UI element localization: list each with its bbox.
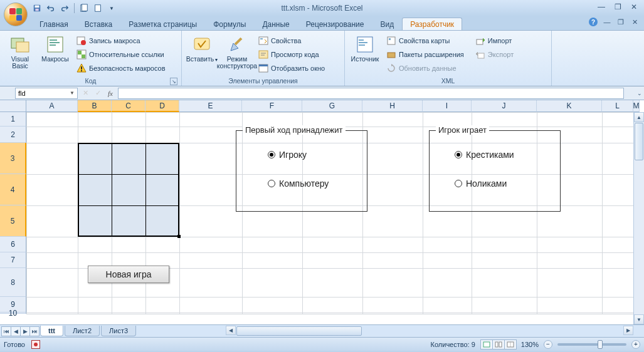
col-header-M[interactable]: M xyxy=(633,100,640,112)
minimize-icon[interactable]: — xyxy=(595,3,608,11)
properties-button[interactable]: Свойства xyxy=(256,34,327,47)
help-icon[interactable]: ? xyxy=(589,18,598,26)
scroll-left-icon[interactable]: ◀ xyxy=(226,326,236,335)
map-properties-button[interactable]: Свойства карты xyxy=(384,34,467,47)
ribbon-tab-4[interactable]: Данные xyxy=(254,18,297,30)
row-header-10[interactable]: 10 xyxy=(0,313,26,314)
qat-save-icon[interactable] xyxy=(31,3,43,14)
close-icon[interactable]: ✕ xyxy=(628,3,640,11)
expansion-packs-button[interactable]: Пакеты расширения xyxy=(384,48,467,61)
office-button[interactable] xyxy=(4,3,28,26)
col-header-E[interactable]: E xyxy=(179,100,242,112)
row-header-1[interactable]: 1 xyxy=(0,112,26,127)
name-box[interactable]: fld▼ xyxy=(15,88,78,99)
sheet-nav-last-icon[interactable]: ⏭ xyxy=(29,326,40,336)
xml-import-button[interactable]: Импорт xyxy=(473,34,516,47)
horizontal-scrollbar[interactable]: ◀ ▶ xyxy=(226,326,633,336)
enter-formula-icon[interactable]: ✓ xyxy=(93,89,103,97)
zoom-level[interactable]: 130% xyxy=(521,341,539,348)
formula-input[interactable] xyxy=(118,88,624,99)
qat-custom1-icon[interactable] xyxy=(78,3,90,14)
scroll-up-icon[interactable]: ▲ xyxy=(634,112,644,122)
ribbon-tab-6[interactable]: Вид xyxy=(372,18,402,30)
row-header-4[interactable]: 4 xyxy=(0,174,26,205)
design-mode-button[interactable]: Режим конструктора xyxy=(221,32,253,72)
ribbon-tab-3[interactable]: Формулы xyxy=(205,18,254,30)
radio-crosses[interactable]: Крестиками xyxy=(455,150,514,160)
vertical-scrollbar[interactable]: ▲ ▼ xyxy=(633,112,644,324)
qat-redo-icon[interactable] xyxy=(59,3,70,14)
macro-security-button[interactable]: Безопасность макросов xyxy=(74,62,168,75)
svg-rect-31 xyxy=(389,38,391,40)
zoom-out-icon[interactable]: − xyxy=(544,340,552,349)
cancel-formula-icon[interactable]: ✕ xyxy=(80,89,90,97)
mdi-close-icon[interactable]: ✕ xyxy=(630,18,639,26)
col-header-C[interactable]: C xyxy=(112,100,145,112)
sheet-nav-next-icon[interactable]: ▶ xyxy=(20,326,30,336)
col-header-K[interactable]: K xyxy=(537,100,602,112)
qat-dropdown-icon[interactable]: ▼ xyxy=(106,3,117,14)
view-layout-icon[interactable] xyxy=(492,339,505,349)
zoom-in-icon[interactable]: + xyxy=(631,340,640,349)
mdi-minimize-icon[interactable]: — xyxy=(603,18,611,26)
sheet-tab-Лист3[interactable]: Лист3 xyxy=(101,326,136,336)
ribbon-tab-2[interactable]: Разметка страницы xyxy=(120,18,205,30)
col-header-A[interactable]: A xyxy=(26,100,78,112)
col-header-D[interactable]: D xyxy=(145,100,179,112)
radio-noughts[interactable]: Ноликами xyxy=(455,179,507,189)
macro-record-icon[interactable] xyxy=(31,340,40,349)
select-all-button[interactable] xyxy=(0,100,26,112)
col-header-I[interactable]: I xyxy=(423,100,472,112)
view-code-button[interactable]: Просмотр кода xyxy=(256,48,327,61)
col-header-F[interactable]: F xyxy=(242,100,302,112)
col-header-G[interactable]: G xyxy=(302,100,362,112)
col-header-H[interactable]: H xyxy=(362,100,423,112)
ribbon-tab-7[interactable]: Разработчик xyxy=(402,18,462,30)
hscroll-thumb[interactable] xyxy=(236,326,362,336)
sheet-tab-Лист2[interactable]: Лист2 xyxy=(65,326,100,336)
xml-source-button[interactable]: Источник xyxy=(349,32,381,65)
expansion-packs-icon xyxy=(386,49,396,60)
col-header-B[interactable]: B xyxy=(78,100,112,112)
qat-undo-icon[interactable] xyxy=(45,3,56,14)
xml-export-button[interactable]: Экспорт xyxy=(473,48,516,61)
restore-icon[interactable]: ❐ xyxy=(611,3,624,11)
row-header-8[interactable]: 8 xyxy=(0,268,26,297)
visual-basic-button[interactable]: Visual Basic xyxy=(4,32,36,72)
scroll-right-icon[interactable]: ▶ xyxy=(623,326,633,335)
qat-custom2-icon[interactable] xyxy=(92,3,103,14)
col-header-L[interactable]: L xyxy=(602,100,633,112)
mdi-restore-icon[interactable]: ❐ xyxy=(616,18,625,26)
scroll-down-icon[interactable]: ▼ xyxy=(634,314,644,324)
fx-icon[interactable]: fx xyxy=(105,90,115,97)
col-header-J[interactable]: J xyxy=(472,100,537,112)
expand-formula-bar-icon[interactable]: ⌄ xyxy=(635,90,644,96)
zoom-slider[interactable] xyxy=(557,343,626,346)
row-header-6[interactable]: 6 xyxy=(0,237,26,252)
row-header-5[interactable]: 5 xyxy=(0,205,26,237)
svg-rect-28 xyxy=(359,42,367,43)
record-macro-button[interactable]: Запись макроса xyxy=(74,34,168,47)
relative-refs-button[interactable]: Относительные ссылки xyxy=(74,48,168,61)
refresh-data-button[interactable]: Обновить данные xyxy=(384,62,467,75)
dialog-launcher-icon[interactable]: ↘ xyxy=(170,78,177,85)
new-game-button[interactable]: Новая игра xyxy=(88,266,169,283)
ribbon-tab-1[interactable]: Вставка xyxy=(77,18,121,30)
macros-button[interactable]: Макросы xyxy=(39,32,71,65)
ribbon-tab-0[interactable]: Главная xyxy=(31,18,77,30)
view-pagebreak-icon[interactable] xyxy=(504,339,517,349)
insert-control-button[interactable]: Вставить▾ xyxy=(186,32,218,66)
row-header-2[interactable]: 2 xyxy=(0,127,26,143)
run-dialog-button[interactable]: Отобразить окно xyxy=(256,62,327,75)
sheet-nav-first-icon[interactable]: ⏮ xyxy=(1,326,11,336)
sheet-tab-ttt[interactable]: ttt xyxy=(40,326,63,336)
ribbon-tab-5[interactable]: Рецензирование xyxy=(298,18,372,30)
row-header-7[interactable]: 7 xyxy=(0,252,26,268)
view-normal-icon[interactable] xyxy=(480,339,493,349)
radio-computer[interactable]: Компьютеру xyxy=(268,179,329,189)
sheet-nav-prev-icon[interactable]: ◀ xyxy=(11,326,21,336)
radio-player[interactable]: Игроку xyxy=(268,150,307,160)
namebox-dropdown-icon[interactable]: ▼ xyxy=(70,90,75,96)
scroll-thumb[interactable] xyxy=(635,123,643,160)
row-header-3[interactable]: 3 xyxy=(0,143,26,174)
